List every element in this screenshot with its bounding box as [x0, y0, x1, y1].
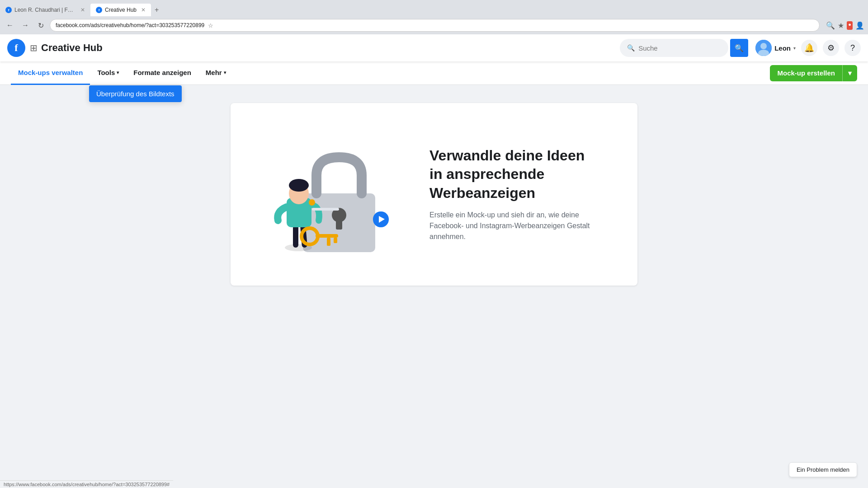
report-problem-label: Ein Problem melden	[797, 466, 849, 473]
settings-icon: ⚙	[827, 43, 835, 53]
create-dropdown-arrow-icon: ▾	[848, 69, 852, 77]
hero-title: Verwandle deine Ideen in ansprechende We…	[429, 146, 601, 203]
create-mockup-button[interactable]: Mock-up erstellen	[770, 65, 842, 81]
tab-close-1[interactable]: ✕	[80, 7, 85, 13]
svg-point-16	[309, 199, 315, 206]
svg-rect-15	[327, 238, 330, 246]
nav-item-tools[interactable]: Tools ▾	[90, 61, 126, 85]
nav-item-formats-label: Formate anzeigen	[133, 69, 191, 76]
bookmark-icon: ☆	[208, 22, 213, 29]
nav-item-formats[interactable]: Formate anzeigen	[126, 61, 198, 85]
address-text: facebook.com/ads/creativehub/home/?act=3…	[56, 22, 204, 28]
nav-item-more[interactable]: Mehr ▾	[198, 61, 233, 85]
browser-tab-1[interactable]: f Leon R. Chaudhari | Facebook ✕	[0, 4, 90, 16]
tools-dropdown-menu: Überprüfung des Bildtexts	[89, 85, 182, 103]
nav-item-tools-label: Tools	[97, 69, 115, 76]
svg-rect-5	[336, 220, 342, 230]
search-icon: 🔍	[627, 44, 635, 52]
dropdown-item-label: Überprüfung des Bildtexts	[96, 90, 175, 98]
address-bar-icons: ☆	[208, 22, 213, 29]
nav-item-more-label: Mehr	[206, 69, 222, 76]
search-button-icon: 🔍	[735, 44, 744, 52]
settings-button[interactable]: ⚙	[823, 40, 839, 56]
back-button[interactable]: ←	[4, 19, 16, 32]
app-name: Creative Hub	[41, 42, 103, 54]
hero-illustration	[267, 130, 393, 258]
nav-right: Leon ▾ 🔔 ⚙ ?	[755, 40, 861, 56]
hero-description: Erstelle ein Mock-up und sieh dir an, wi…	[429, 210, 601, 242]
browser-search-icon: 🔍	[826, 21, 835, 30]
tab-favicon-2: f	[96, 7, 102, 13]
main-content: Verwandle deine Ideen in ansprechende We…	[0, 85, 868, 488]
browser-profile-icon: 👤	[855, 21, 864, 30]
help-icon: ?	[850, 43, 855, 53]
notification-button[interactable]: 🔔	[801, 40, 817, 56]
facebook-topnav: f ⊞ Creative Hub 🔍 🔍 Leon ▾ 🔔 ⚙	[0, 34, 868, 61]
grid-icon[interactable]: ⊞	[30, 42, 38, 53]
svg-point-1	[760, 43, 767, 49]
new-tab-button[interactable]: +	[151, 4, 162, 16]
browser-star-icon: ★	[838, 21, 844, 30]
username: Leon	[774, 44, 791, 52]
svg-rect-13	[316, 234, 338, 238]
more-dropdown-arrow: ▾	[224, 70, 226, 75]
page-nav: Mock-ups verwalten Tools ▾ Formate anzei…	[0, 61, 868, 85]
profile-menu[interactable]: Leon ▾	[755, 40, 796, 56]
notification-icon: 🔔	[804, 43, 814, 53]
tab-title-2: Creative Hub	[105, 7, 137, 13]
svg-rect-14	[334, 238, 337, 243]
search-box[interactable]: 🔍	[620, 39, 728, 57]
status-bar: https://www.facebook.com/ads/creativehub…	[0, 480, 173, 488]
browser-ext-icon: ●	[847, 21, 853, 30]
reload-button[interactable]: ↻	[34, 19, 47, 32]
facebook-logo[interactable]: f	[7, 39, 25, 57]
hero-text: Verwandle deine Ideen in ansprechende We…	[429, 146, 601, 243]
forward-button[interactable]: →	[19, 19, 32, 32]
profile-dropdown-icon: ▾	[793, 46, 796, 51]
address-bar[interactable]: facebook.com/ads/creativehub/home/?act=3…	[50, 19, 820, 32]
nav-item-manage[interactable]: Mock-ups verwalten	[11, 61, 90, 85]
create-mockup-dropdown-button[interactable]: ▾	[842, 65, 857, 81]
report-problem-button[interactable]: Ein Problem melden	[789, 462, 857, 477]
browser-tab-2[interactable]: f Creative Hub ✕	[90, 4, 151, 16]
tab-favicon-1: f	[5, 7, 12, 13]
search-button[interactable]: 🔍	[730, 39, 748, 57]
tools-dropdown-arrow: ▾	[117, 70, 119, 75]
avatar	[755, 40, 772, 56]
svg-rect-19	[312, 208, 339, 211]
hero-section: Verwandle deine Ideen in ansprechende We…	[231, 103, 637, 286]
dropdown-item-image-text-check[interactable]: Überprüfung des Bildtexts	[89, 85, 182, 102]
search-input[interactable]	[638, 44, 721, 52]
svg-point-11	[289, 179, 309, 192]
tab-title-1: Leon R. Chaudhari | Facebook	[14, 7, 76, 13]
help-button[interactable]: ?	[844, 40, 861, 56]
tab-close-2[interactable]: ✕	[141, 7, 146, 13]
nav-item-manage-label: Mock-ups verwalten	[18, 69, 83, 76]
svg-rect-7	[293, 225, 298, 248]
status-url: https://www.facebook.com/ads/creativehub…	[4, 482, 170, 487]
facebook-logo-letter: f	[14, 42, 18, 54]
create-mockup-label: Mock-up erstellen	[777, 69, 835, 77]
